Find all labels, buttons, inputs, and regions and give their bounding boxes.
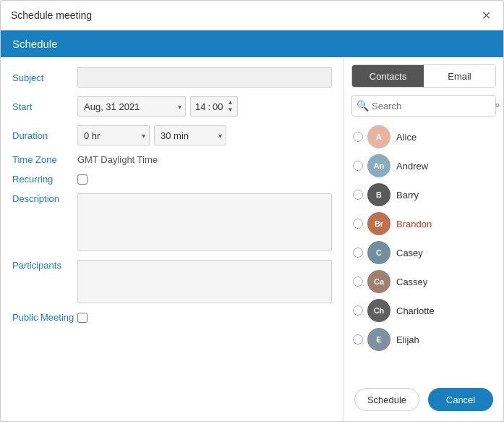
description-label: Description [12,193,77,204]
schedule-button[interactable]: Schedule [354,388,419,411]
search-icon: 🔍 [356,100,369,111]
subject-row: Subject [12,67,332,88]
participants-textarea[interactable] [77,260,332,303]
contacts-tab-row: Contacts Email [351,64,496,88]
schedule-meeting-dialog: Schedule meeting ✕ Schedule Subject Star… [0,0,504,422]
contact-radio[interactable] [353,190,363,200]
contact-radio[interactable] [353,305,363,316]
avatar: E [367,328,390,351]
time-spinner[interactable]: ▲ ▼ [228,99,234,113]
duration-min-select[interactable]: 30 min 15 min 45 min 60 min [154,125,226,145]
avatar: Br [367,212,390,235]
contact-name: Casey [396,248,423,258]
title-bar: Schedule meeting ✕ [1,1,503,30]
list-item[interactable]: EElijah [351,325,496,354]
duration-hr-select[interactable]: 0 hr 1 hr 2 hr [77,125,150,145]
avatar: B [367,183,390,206]
list-item[interactable]: AnAndrew [351,151,496,180]
list-item[interactable]: CaCassey [351,267,496,296]
participants-row: Participants [12,260,332,303]
avatar: An [367,154,390,177]
contact-name: Elijah [396,334,419,345]
description-textarea[interactable] [77,193,332,251]
timezone-label: Time Zone [12,154,77,165]
contact-name: Cassey [396,277,427,287]
contact-name: Barry [396,190,419,201]
description-row: Description [12,193,332,251]
contact-radio[interactable] [353,132,363,142]
right-panel: Contacts Email 🔍 ⚬⚬⚬ AAliceAnAndrewBBarr… [344,57,503,421]
participants-label: Participants [12,260,77,271]
public-meeting-label: Public Meeting [12,312,77,323]
dialog-body: Subject Start Aug, 31 2021 ▾ 14 : [1,57,503,421]
avatar: Ch [367,299,390,322]
close-button[interactable]: ✕ [479,8,493,22]
time-up-arrow[interactable]: ▲ [228,99,234,106]
list-item[interactable]: ChCharlotte [351,296,496,325]
cancel-button[interactable]: Cancel [428,388,493,411]
duration-label: Duration [12,130,77,141]
contact-radio[interactable] [353,334,363,345]
list-item[interactable]: CCasey [351,238,496,267]
subject-input[interactable] [77,67,332,88]
contacts-list: AAliceAnAndrewBBarryBrBrandonCCaseyCaCas… [351,122,496,382]
schedule-header: Schedule [1,30,503,57]
start-label: Start [12,101,77,112]
time-hour: 14 [195,101,205,112]
start-date-select[interactable]: Aug, 31 2021 [77,96,186,117]
timezone-row: Time Zone GMT Daylight Time [12,154,332,165]
list-item[interactable]: AAlice [351,122,496,151]
public-meeting-checkbox[interactable] [77,313,87,323]
list-item[interactable]: BBarry [351,180,496,209]
start-row: Start Aug, 31 2021 ▾ 14 : 00 ▲ [12,96,332,117]
contact-radio[interactable] [353,161,363,171]
avatar: C [367,241,390,264]
contact-radio[interactable] [353,219,363,229]
contact-radio[interactable] [353,277,363,287]
left-panel: Subject Start Aug, 31 2021 ▾ 14 : [1,57,344,421]
contact-radio[interactable] [353,248,363,258]
contacts-network-icon: ⚬⚬⚬ [493,100,503,111]
recurring-label: Recurring [12,174,77,185]
avatar: A [367,125,390,148]
bottom-buttons: Schedule Cancel [351,382,496,414]
time-down-arrow[interactable]: ▼ [228,106,234,114]
contact-name: Andrew [396,161,428,172]
contact-name: Charlotte [396,305,435,316]
avatar: Ca [367,270,390,293]
recurring-checkbox[interactable] [77,174,87,185]
contact-name: Brandon [396,219,432,229]
search-row: 🔍 ⚬⚬⚬ [351,95,496,117]
contacts-tab[interactable]: Contacts [352,65,424,87]
email-tab[interactable]: Email [424,65,495,87]
search-input[interactable] [372,101,493,111]
duration-row: Duration 0 hr 1 hr 2 hr ▾ 30 min [12,125,332,145]
public-meeting-row: Public Meeting [12,312,332,323]
timezone-value: GMT Daylight Time [77,154,158,165]
subject-label: Subject [12,72,77,83]
time-minute: 00 [213,101,223,112]
list-item[interactable]: BrBrandon [351,209,496,238]
time-field: 14 : 00 ▲ ▼ [190,96,238,117]
contact-name: Alice [396,132,417,143]
recurring-row: Recurring [12,174,332,185]
dialog-title: Schedule meeting [11,9,92,21]
